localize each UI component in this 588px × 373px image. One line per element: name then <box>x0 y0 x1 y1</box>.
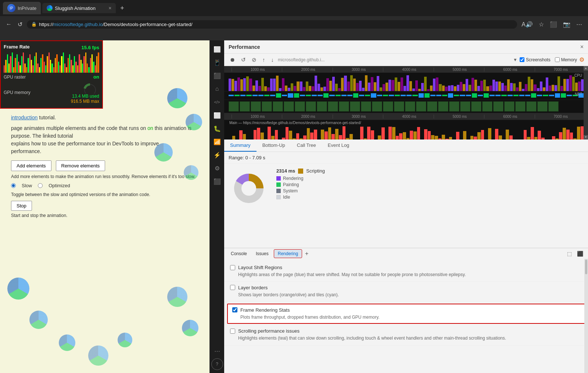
record-button[interactable]: ⏺ <box>228 55 237 64</box>
timeline-area: 1000 ms 2000 ms 3000 ms 4000 ms 5000 ms … <box>224 66 588 140</box>
layout-shift-checkbox[interactable] <box>230 265 235 270</box>
sidebar-device-icon[interactable]: 📱 <box>211 57 223 68</box>
sidebar-performance-icon[interactable]: ⚡ <box>211 149 223 161</box>
remove-elements-button[interactable]: Remove elements <box>56 160 105 171</box>
main-track-label: Main — https://microsoftedge.github.io/D… <box>229 121 361 125</box>
web-capture-button[interactable]: 📷 <box>562 19 572 29</box>
optimized-label[interactable]: Optimized <box>49 183 70 188</box>
more-button[interactable]: ⋯ <box>575 19 584 29</box>
scroll-up-button[interactable]: ▲ <box>584 66 588 70</box>
scroll-down-button[interactable]: ▼ <box>584 135 588 140</box>
nav-tools: A🔊 ☆ ⬛ 📷 ⋯ <box>520 19 584 29</box>
sidebar-network-icon[interactable]: ⬜ <box>211 109 223 121</box>
download-button[interactable]: ↓ <box>269 55 276 64</box>
fps-bar-chart: // Generate colored fps bars const color… <box>4 52 99 73</box>
refresh-button[interactable]: ↺ <box>16 19 24 29</box>
cpu-track: CPU const cpuTrack = document.currentScr… <box>224 73 588 91</box>
scrolling-perf-item: Scrolling performance issues Highlights … <box>224 325 588 345</box>
scrolling-perf-checkbox[interactable] <box>230 329 235 334</box>
split-screen-button[interactable]: ⬛ <box>548 19 559 29</box>
add-elements-button[interactable]: Add elements <box>11 160 51 171</box>
sidebar-wifi-icon[interactable]: 📶 <box>211 136 223 148</box>
clear-button[interactable]: ⊘ <box>250 55 258 64</box>
active-tab[interactable]: Sluggish Animation × <box>42 3 116 13</box>
lower-tool-1[interactable]: ⬚ <box>565 250 574 258</box>
performance-panel: Performance × ⏺ ↺ ⊘ ↑ ↓ microsoftedge.gi… <box>224 40 588 373</box>
layer-borders-item: Layer borders Shows layer borders (orang… <box>224 282 588 302</box>
url-prefix: https:// <box>39 22 53 27</box>
layout-shift-desc: Highlights areas of the page (blue) that… <box>238 272 582 278</box>
ruler-4000: 4000 ms <box>383 68 433 72</box>
devtools-lower-bar: Console Issues Rendering + ⬚ ⬛ <box>224 248 588 259</box>
optimized-radio[interactable] <box>38 183 43 188</box>
sidebar-layers-icon[interactable]: ⬛ <box>211 175 223 187</box>
tab-bottom-up[interactable]: Bottom-Up <box>257 140 291 152</box>
screenshots-option[interactable]: Screenshots <box>520 57 551 62</box>
rendering-tab[interactable]: Rendering <box>274 249 302 258</box>
layer-borders-checkbox[interactable] <box>230 285 235 290</box>
sidebar-more-icon[interactable]: ⋯ <box>211 345 223 357</box>
new-tab-button[interactable]: + <box>117 4 127 12</box>
frame-rate-overlay: Frame Rate 15.6 fps // Generate colored … <box>0 40 103 109</box>
sidebar-inspect-icon[interactable]: ⬜ <box>211 43 223 55</box>
tab-profile[interactable]: IP InPrivate <box>3 2 41 14</box>
sidebar-code-icon[interactable]: </> <box>211 96 223 108</box>
toggle-hint: Toggle between the slow and optimized ve… <box>11 192 198 197</box>
sidebar-elements-icon[interactable]: ⬛ <box>211 70 223 82</box>
tab-close-button[interactable]: × <box>108 5 111 11</box>
url-lock-icon: 🔒 <box>31 22 37 27</box>
scrollbar-thumb[interactable] <box>585 260 587 274</box>
sidebar-bug-icon[interactable]: 🐛 <box>211 123 223 134</box>
scripting-legend-item: 2314 ms Scripting <box>276 168 584 174</box>
control-buttons: Add elements Remove elements <box>11 160 198 171</box>
fps-value: 15.6 fps <box>82 45 99 50</box>
perf-settings-button[interactable]: ⚙ <box>579 56 584 63</box>
url-text: https://microsoftedge.github.io/Demos/de… <box>39 22 513 27</box>
memory-checkbox[interactable] <box>555 57 560 62</box>
slow-label[interactable]: Slow <box>22 183 32 188</box>
timeline-scrollbar[interactable]: ▲ ▼ <box>584 66 588 140</box>
scrolling-perf-header: Scrolling performance issues <box>230 328 582 334</box>
scripting-label: Scripting <box>306 168 325 174</box>
tab-call-tree[interactable]: Call Tree <box>291 140 322 152</box>
upload-button[interactable]: ↑ <box>261 55 267 64</box>
back-button[interactable]: ← <box>4 19 13 29</box>
reload-record-button[interactable]: ↺ <box>239 55 248 64</box>
ruler-1000: 1000 ms <box>232 68 282 72</box>
nav-bar: ← ↺ 🔒 https://microsoftedge.github.io/De… <box>0 16 588 32</box>
console-tab[interactable]: Console <box>227 250 251 258</box>
favorites-button[interactable]: ☆ <box>537 19 545 29</box>
scrolling-perf-desc: Highlights elements (teal) that can slow… <box>238 335 582 341</box>
scroll-track <box>584 70 588 135</box>
address-bar[interactable]: 🔒 https://microsoftedge.github.io/Demos/… <box>27 20 517 29</box>
sidebar-help-icon[interactable]: ? <box>211 358 223 370</box>
intro-link[interactable]: introduction <box>11 115 37 120</box>
lower-tool-2[interactable]: ⬛ <box>575 250 585 258</box>
main-content: Frame Rate 15.6 fps // Generate colored … <box>0 40 588 373</box>
sidebar-settings-icon[interactable]: ⚙ <box>211 162 223 174</box>
tab-event-log[interactable]: Event Log <box>322 140 355 152</box>
idle-legend: Idle <box>276 195 584 200</box>
layout-shift-title: Layout Shift Regions <box>238 265 282 270</box>
rendering-scrollbar[interactable] <box>584 259 588 373</box>
memory-label: Memory <box>561 57 577 62</box>
slow-radio[interactable] <box>11 183 16 188</box>
frame-rendering-checkbox[interactable] <box>232 307 237 312</box>
dropdown-arrow[interactable]: ▼ <box>513 57 517 62</box>
tab-summary[interactable]: Summary <box>224 140 257 152</box>
memory-option[interactable]: Memory <box>555 57 577 62</box>
stop-button[interactable]: Stop <box>11 201 32 211</box>
ruler-2000: 2000 ms <box>282 68 332 72</box>
layer-borders-header: Layer borders <box>230 285 582 290</box>
sidebar-home-icon[interactable]: ⌂ <box>211 83 223 95</box>
range-display: Range: 0 - 7.09 s <box>224 152 588 164</box>
screenshots-checkbox[interactable] <box>520 57 524 62</box>
scripting-ms: 2314 ms <box>276 168 295 174</box>
read-aloud-button[interactable]: A🔊 <box>520 19 534 29</box>
issues-tab[interactable]: Issues <box>252 250 272 258</box>
perf-close-button[interactable]: × <box>580 44 584 50</box>
add-tab-button[interactable]: + <box>304 250 310 257</box>
other-legend-items: Rendering Painting System Idle <box>276 176 584 200</box>
gpu-raster-value: on <box>93 74 99 80</box>
devtools-sidebar: ⬜ 📱 ⬛ ⌂ </> ⬜ 🐛 📶 ⚡ ⚙ ⬛ ⋯ ? <box>209 40 224 373</box>
